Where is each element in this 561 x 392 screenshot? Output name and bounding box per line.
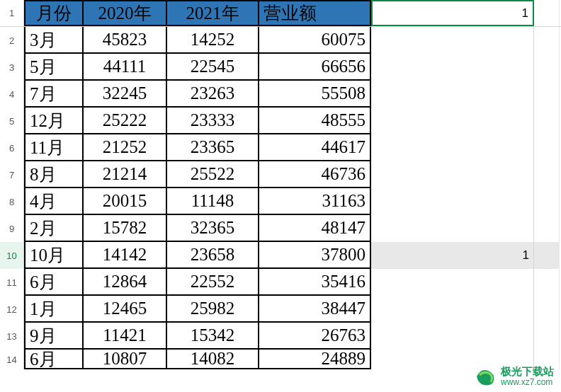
row-number[interactable]: 12 bbox=[0, 296, 24, 323]
header-2021[interactable]: 2021年 bbox=[167, 0, 259, 26]
cell-f[interactable] bbox=[534, 269, 560, 296]
cell-revenue[interactable]: 37800 bbox=[259, 242, 371, 269]
cell-month[interactable]: 7月 bbox=[24, 81, 84, 108]
cell-f[interactable] bbox=[534, 323, 560, 350]
cell-revenue[interactable]: 44617 bbox=[259, 134, 371, 161]
cell-f[interactable] bbox=[534, 81, 560, 108]
header-month[interactable]: 月份 bbox=[24, 0, 84, 26]
cell-extra[interactable] bbox=[371, 108, 534, 134]
cell-revenue[interactable]: 46736 bbox=[259, 161, 371, 188]
cell-2021[interactable]: 22545 bbox=[167, 54, 259, 81]
cell-month[interactable]: 1月 bbox=[24, 296, 84, 323]
cell-2020[interactable]: 20015 bbox=[84, 188, 167, 215]
cell-2021[interactable]: 14082 bbox=[167, 350, 259, 369]
cell-f[interactable] bbox=[534, 27, 560, 54]
cell-extra[interactable] bbox=[371, 81, 534, 108]
cell-f[interactable] bbox=[534, 54, 560, 81]
cell-month[interactable]: 12月 bbox=[24, 108, 84, 134]
cell-extra[interactable] bbox=[371, 215, 534, 242]
cell-month[interactable]: 8月 bbox=[24, 161, 84, 188]
row-number[interactable]: 9 bbox=[0, 215, 24, 242]
cell-extra[interactable] bbox=[371, 296, 534, 323]
cell-revenue[interactable]: 26763 bbox=[259, 323, 371, 350]
cell-2021[interactable]: 25982 bbox=[167, 296, 259, 323]
cell-2020[interactable]: 10807 bbox=[84, 350, 167, 369]
cell-revenue[interactable]: 35416 bbox=[259, 269, 371, 296]
cell-2020[interactable]: 25222 bbox=[84, 108, 167, 134]
cell-extra-highlight[interactable]: 1 bbox=[371, 242, 534, 269]
cell-2020[interactable]: 44111 bbox=[84, 54, 167, 81]
cell-2021[interactable]: 14252 bbox=[167, 27, 259, 54]
cell-2020[interactable]: 21214 bbox=[84, 161, 167, 188]
row-number-selected[interactable]: 10 bbox=[0, 242, 24, 269]
cell-2020[interactable]: 12465 bbox=[84, 296, 167, 323]
cell-f[interactable] bbox=[534, 161, 560, 188]
cell-month[interactable]: 2月 bbox=[24, 215, 84, 242]
cell-month[interactable]: 6月 bbox=[24, 350, 84, 369]
cell-month[interactable]: 5月 bbox=[24, 54, 84, 81]
header-2020[interactable]: 2020年 bbox=[84, 0, 167, 26]
cell-month[interactable]: 6月 bbox=[24, 269, 84, 296]
header-revenue[interactable]: 营业额 bbox=[259, 0, 371, 26]
cell-revenue[interactable]: 55508 bbox=[259, 81, 371, 108]
cell-revenue[interactable]: 48555 bbox=[259, 108, 371, 134]
cell-2021[interactable]: 23333 bbox=[167, 108, 259, 134]
cell-month[interactable]: 3月 bbox=[24, 27, 84, 54]
row-number[interactable]: 5 bbox=[0, 108, 24, 134]
row-number[interactable]: 6 bbox=[0, 134, 24, 161]
cell-2020[interactable]: 45823 bbox=[84, 27, 167, 54]
cell-revenue[interactable]: 31163 bbox=[259, 188, 371, 215]
row-number[interactable]: 4 bbox=[0, 81, 24, 108]
cell-extra[interactable] bbox=[371, 188, 534, 215]
cell-f[interactable] bbox=[534, 215, 560, 242]
table-row: 12 1月 12465 25982 38447 bbox=[0, 296, 561, 323]
row-number[interactable]: 7 bbox=[0, 161, 24, 188]
cell-2020[interactable]: 11421 bbox=[84, 323, 167, 350]
cell-f[interactable] bbox=[534, 134, 560, 161]
cell-revenue[interactable]: 66656 bbox=[259, 54, 371, 81]
table-row: 5 12月 25222 23333 48555 bbox=[0, 108, 561, 134]
cell-extra[interactable] bbox=[371, 134, 534, 161]
cell-f[interactable] bbox=[534, 188, 560, 215]
row-number[interactable]: 2 bbox=[0, 27, 24, 54]
cell-extra[interactable] bbox=[371, 161, 534, 188]
cell-2021[interactable]: 32365 bbox=[167, 215, 259, 242]
spreadsheet-grid[interactable]: 1 月份 2020年 2021年 营业额 1 2 3月 45823 14252 … bbox=[0, 0, 561, 369]
cell-extra[interactable] bbox=[371, 269, 534, 296]
cell-f[interactable] bbox=[534, 242, 560, 269]
cell-revenue[interactable]: 24889 bbox=[259, 350, 371, 369]
cell-2020[interactable]: 21252 bbox=[84, 134, 167, 161]
cell-e1-selected[interactable]: 1 bbox=[371, 0, 534, 26]
cell-extra[interactable] bbox=[371, 27, 534, 54]
row-number[interactable]: 14 bbox=[0, 350, 24, 369]
row-number[interactable]: 8 bbox=[0, 188, 24, 215]
cell-revenue[interactable]: 60075 bbox=[259, 27, 371, 54]
cell-extra[interactable] bbox=[371, 323, 534, 350]
cell-2020[interactable]: 15782 bbox=[84, 215, 167, 242]
cell-month[interactable]: 4月 bbox=[24, 188, 84, 215]
cell-2021[interactable]: 23658 bbox=[167, 242, 259, 269]
cell-2021[interactable]: 11148 bbox=[167, 188, 259, 215]
cell-month[interactable]: 9月 bbox=[24, 323, 84, 350]
cell-2021[interactable]: 22552 bbox=[167, 269, 259, 296]
cell-month[interactable]: 11月 bbox=[24, 134, 84, 161]
row-number-1[interactable]: 1 bbox=[0, 0, 24, 26]
cell-month[interactable]: 10月 bbox=[24, 242, 84, 269]
row-number[interactable]: 11 bbox=[0, 269, 24, 296]
row-number[interactable]: 3 bbox=[0, 54, 24, 81]
cell-2021[interactable]: 15342 bbox=[167, 323, 259, 350]
cell-2020[interactable]: 32245 bbox=[84, 81, 167, 108]
row-number[interactable]: 13 bbox=[0, 323, 24, 350]
cell-revenue[interactable]: 38447 bbox=[259, 296, 371, 323]
watermark-title: 极光下载站 bbox=[501, 366, 554, 378]
cell-revenue[interactable]: 48147 bbox=[259, 215, 371, 242]
cell-extra[interactable] bbox=[371, 54, 534, 81]
cell-f[interactable] bbox=[534, 108, 560, 134]
cell-f1[interactable] bbox=[534, 0, 560, 26]
cell-f[interactable] bbox=[534, 296, 560, 323]
cell-2021[interactable]: 23365 bbox=[167, 134, 259, 161]
cell-2020[interactable]: 12864 bbox=[84, 269, 167, 296]
cell-2021[interactable]: 25522 bbox=[167, 161, 259, 188]
cell-2020[interactable]: 14142 bbox=[84, 242, 167, 269]
cell-2021[interactable]: 23263 bbox=[167, 81, 259, 108]
